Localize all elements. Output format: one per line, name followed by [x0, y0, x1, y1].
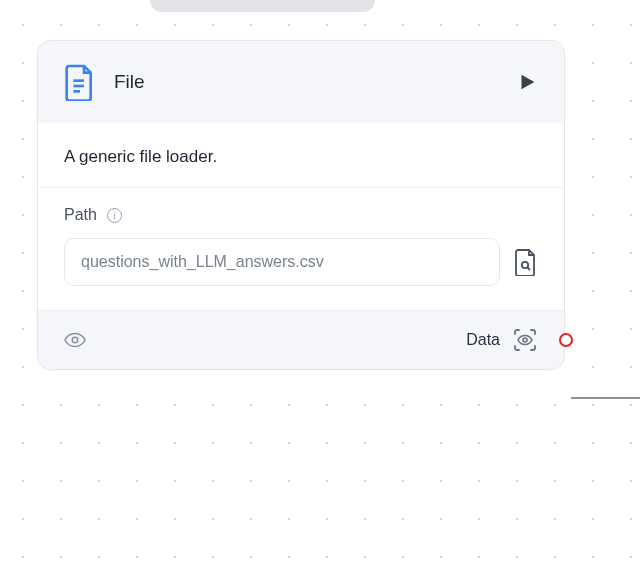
svg-point-6 — [523, 338, 527, 342]
connection-wire — [571, 397, 640, 399]
output-port[interactable] — [559, 333, 573, 347]
play-icon[interactable] — [516, 71, 538, 93]
scan-eye-icon[interactable] — [512, 327, 538, 353]
svg-line-4 — [528, 268, 531, 271]
file-icon — [64, 63, 96, 101]
path-input[interactable]: questions_with_LLM_answers.csv — [64, 238, 500, 286]
file-search-icon[interactable] — [514, 248, 538, 276]
node-header[interactable]: File — [38, 41, 564, 123]
eye-icon[interactable] — [64, 332, 86, 348]
node-body: Path i questions_with_LLM_answers.csv — [38, 188, 564, 310]
path-label: Path — [64, 206, 97, 224]
node-description: A generic file loader. — [38, 123, 564, 188]
node-footer: Data — [38, 310, 564, 369]
output-label: Data — [466, 331, 500, 349]
toolbar-pill — [150, 0, 375, 12]
path-label-row: Path i — [64, 206, 538, 224]
svg-point-3 — [522, 262, 528, 268]
info-icon[interactable]: i — [107, 208, 122, 223]
file-node-card[interactable]: File A generic file loader. Path i quest… — [37, 40, 565, 370]
svg-point-5 — [72, 337, 78, 343]
path-input-row: questions_with_LLM_answers.csv — [64, 238, 538, 286]
node-title: File — [114, 71, 498, 93]
